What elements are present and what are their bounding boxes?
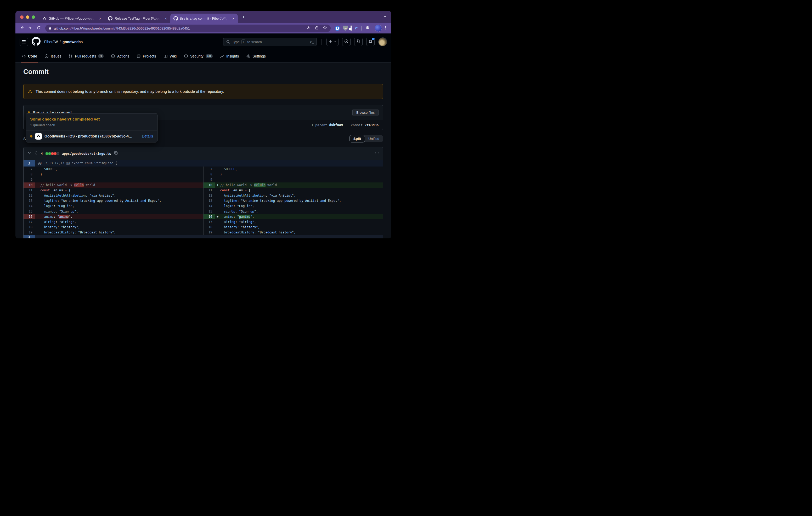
collapse-file-button[interactable] — [27, 151, 31, 156]
line-number[interactable]: 9 — [204, 177, 215, 182]
line-number[interactable]: 16 — [204, 214, 215, 219]
diff-line-12[interactable]: 12 AniListAuthAttribution: "via AniList"… — [24, 193, 203, 198]
tab-insights[interactable]: Insights — [216, 50, 242, 62]
tab-close-button[interactable]: × — [231, 16, 236, 21]
line-number[interactable]: 8 — [204, 172, 215, 177]
browser-tab-3[interactable]: this is a tag commit · FiberJW/goodweebs… — [170, 13, 238, 23]
diff-line-7[interactable]: 7 SOURCE, — [204, 166, 383, 172]
line-number[interactable]: 9 — [24, 177, 35, 182]
line-number[interactable]: 17 — [204, 219, 215, 224]
browser-tab-2[interactable]: Release TestTag · FiberJW/goodweebs× — [105, 13, 170, 23]
issues-header-button[interactable] — [342, 38, 351, 46]
line-number[interactable]: 7 — [24, 166, 35, 172]
diff-line-15[interactable]: 15 signUp: "Sign up", — [204, 209, 383, 214]
diff-line-10[interactable]: 10-// hello world -> Hello World — [24, 182, 203, 188]
line-number[interactable]: 15 — [24, 209, 35, 214]
file-drag-handle[interactable] — [34, 151, 38, 156]
pull-requests-header-button[interactable] — [354, 38, 362, 46]
line-number[interactable]: 16 — [24, 214, 35, 219]
line-number[interactable]: 14 — [204, 203, 215, 209]
tab-wiki[interactable]: Wiki — [160, 50, 180, 62]
ublock-icon[interactable]: UO — [343, 26, 348, 31]
unified-view-button[interactable]: Unified — [365, 135, 383, 142]
check-details-link[interactable]: Details — [142, 134, 153, 138]
browser-profile-avatar[interactable] — [375, 25, 382, 32]
diff-line-16[interactable]: 16+ anime: "ganime", — [204, 214, 383, 219]
close-window-button[interactable] — [20, 16, 24, 19]
line-number[interactable]: 11 — [24, 188, 35, 193]
search-input[interactable]: Type / to search >_ — [223, 38, 317, 46]
diff-line-11[interactable]: 11const _en_us = { — [24, 188, 203, 193]
dark-square-icon[interactable] — [351, 26, 352, 31]
diff-line-8[interactable]: 8} — [204, 172, 383, 177]
tab-search-chevron-icon[interactable] — [383, 14, 387, 20]
diff-line-16[interactable]: 16- anime: "anime", — [24, 214, 203, 219]
diff-line-19[interactable]: 19 broadcastHistory: "Broadcast history"… — [204, 230, 383, 235]
diff-line-17[interactable]: 17 airing: "airing", — [24, 219, 203, 224]
browse-files-button[interactable]: Browse files — [352, 109, 379, 116]
split-view-button[interactable]: Split — [349, 135, 365, 143]
refresh-button[interactable] — [35, 24, 42, 32]
diff-line-9[interactable]: 9 — [24, 177, 203, 182]
diff-line-17[interactable]: 17 airing: "airing", — [204, 219, 383, 224]
tab-close-button[interactable]: × — [164, 16, 168, 21]
wave-icon[interactable] — [354, 26, 359, 31]
phone-icon[interactable] — [361, 26, 362, 31]
share-button[interactable] — [314, 26, 320, 31]
diff-line-14[interactable]: 14 logIn: "Log in", — [24, 203, 203, 209]
back-button[interactable] — [18, 24, 26, 32]
diff-line-8[interactable]: 8} — [24, 172, 203, 177]
command-palette-icon[interactable]: >_ — [308, 40, 314, 44]
expand-down-button[interactable] — [24, 235, 35, 238]
zoom-window-button[interactable] — [32, 16, 35, 19]
diff-line-11[interactable]: 11const _en_us = { — [204, 188, 383, 193]
forward-button[interactable] — [26, 24, 34, 32]
copy-path-button[interactable] — [114, 151, 118, 156]
line-number[interactable]: 18 — [24, 224, 35, 230]
minimize-window-button[interactable] — [26, 16, 29, 19]
diff-line-13[interactable]: 13 tagline: "An anime tracking app power… — [24, 198, 203, 203]
line-number[interactable]: 11 — [204, 188, 215, 193]
download-button[interactable] — [306, 26, 312, 31]
user-avatar[interactable] — [378, 37, 387, 46]
tab-issues[interactable]: Issues — [41, 50, 65, 62]
tab-projects[interactable]: Projects — [133, 50, 160, 62]
line-number[interactable]: 13 — [204, 198, 215, 203]
line-number[interactable]: 19 — [204, 230, 215, 235]
global-nav-menu-button[interactable] — [20, 38, 28, 46]
diff-line-15[interactable]: 15 signUp: "Sign up", — [24, 209, 203, 214]
diff-line-7[interactable]: 7 SOURCE, — [24, 166, 203, 172]
diff-line-10[interactable]: 10+// hello world -> Hel0lo World — [204, 182, 383, 188]
browser-menu-button[interactable] — [382, 26, 389, 31]
line-number[interactable]: 18 — [204, 224, 215, 230]
line-number[interactable]: 10 — [24, 182, 35, 188]
line-number[interactable]: 19 — [24, 230, 35, 235]
file-path[interactable]: apps/goodweebs/strings.ts — [62, 152, 111, 155]
diff-line-12[interactable]: 12 AniListAuthAttribution: "via AniList"… — [204, 193, 383, 198]
line-number[interactable]: 8 — [24, 172, 35, 177]
notifications-button[interactable] — [366, 38, 375, 46]
diff-line-14[interactable]: 14 logIn: "Log in", — [204, 203, 383, 209]
line-number[interactable]: 12 — [24, 193, 35, 198]
expand-up-button[interactable] — [24, 160, 35, 166]
diff-line-19[interactable]: 19 broadcastHistory: "Broadcast history"… — [24, 230, 203, 235]
browser-tab-1[interactable]: GitHub — @fiberjw/goodweebs× — [39, 13, 105, 23]
parent-sha-link[interactable]: d0bf0a9 — [329, 123, 343, 127]
line-number[interactable]: 13 — [24, 198, 35, 203]
breadcrumb-owner[interactable]: FiberJW — [44, 40, 58, 44]
puzzle-icon[interactable] — [365, 25, 370, 31]
diff-line-13[interactable]: 13 tagline: "An anime tracking app power… — [204, 198, 383, 203]
line-number[interactable]: 14 — [24, 203, 35, 209]
address-bar[interactable]: github.com/FiberJW/goodweebs/commit/7f43… — [45, 25, 331, 32]
tab-close-button[interactable]: × — [98, 16, 103, 21]
onepassword-icon[interactable] — [335, 26, 340, 31]
tab-code[interactable]: Code — [18, 50, 41, 62]
line-number[interactable]: 10 — [204, 182, 215, 188]
file-options-button[interactable] — [375, 151, 379, 156]
line-number[interactable]: 17 — [24, 219, 35, 224]
line-number[interactable]: 12 — [204, 193, 215, 198]
bookmark-star-button[interactable] — [322, 26, 328, 31]
diff-line-18[interactable]: 18 history: "history", — [204, 224, 383, 230]
line-number[interactable]: 15 — [204, 209, 215, 214]
breadcrumb-repo[interactable]: goodweebs — [62, 40, 83, 44]
